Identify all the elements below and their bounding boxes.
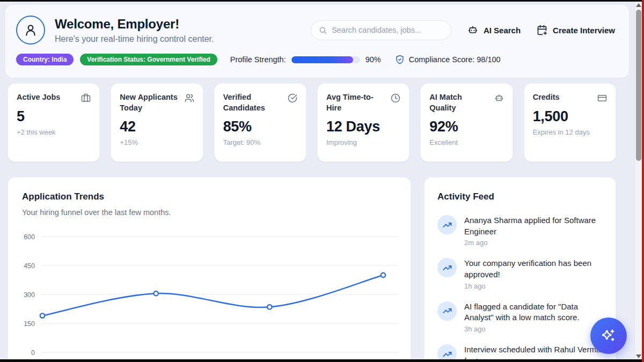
stat-sub: Target: 90%: [223, 138, 297, 146]
trending-up-icon: [437, 215, 457, 234]
stat-sub: +2 this week: [17, 128, 91, 136]
stat-label: Verified Candidates: [223, 92, 283, 113]
svg-text:0: 0: [31, 349, 35, 357]
svg-text:600: 600: [24, 233, 35, 241]
bot-icon: [467, 25, 478, 35]
stat-value: 5: [17, 108, 91, 125]
stat-sub: Expires in 12 days: [533, 128, 607, 136]
credit-card-icon: [597, 93, 607, 103]
activity-feed-card: Activity Feed Ananya Sharma applied for …: [424, 177, 616, 362]
calendar-plus-icon: [537, 25, 547, 35]
stat-label: Credits: [533, 92, 560, 103]
compliance-score-label: Compliance Score: 98/100: [409, 55, 501, 64]
stat-card-active-jobs[interactable]: Active Jobs 5 +2 this week: [8, 83, 100, 162]
stat-value: 42: [120, 119, 194, 135]
application-trends-card: Application Trends Your hiring funnel ov…: [8, 177, 411, 362]
stat-card-ai-match-quality[interactable]: AI Match Quality 92% Excellent: [420, 83, 513, 162]
bot-icon: [494, 93, 504, 103]
feed-item[interactable]: Your company verification has been appro…: [437, 258, 603, 290]
vertical-scrollbar[interactable]: [634, 0, 642, 362]
feed-item-text: Ananya Sharma applied for Software Engin…: [464, 215, 603, 237]
stat-sub: Improving: [326, 138, 400, 146]
feed-item-text: Your company verification has been appro…: [464, 258, 603, 280]
profile-strength: Profile Strength: 90%: [230, 55, 381, 64]
stat-label: Active Jobs: [17, 92, 60, 103]
profile-strength-fill: [291, 56, 353, 63]
stat-sub: +15%: [120, 138, 194, 146]
chart-title: Application Trends: [22, 191, 400, 202]
page-subtitle: Here's your real-time hiring control cen…: [55, 34, 214, 44]
stat-label: AI Match Quality: [429, 92, 489, 113]
feed-item[interactable]: Ananya Sharma applied for Software Engin…: [437, 215, 603, 247]
feed-item-time: 2m ago: [464, 239, 603, 247]
chart-subtitle: Your hiring funnel over the last few mon…: [22, 208, 400, 217]
stat-value: 92%: [429, 119, 503, 135]
scrollbar-thumb[interactable]: [636, 10, 641, 161]
users-icon: [185, 93, 194, 103]
country-badge: Country: India: [16, 54, 74, 65]
scroll-up-arrow[interactable]: [635, 1, 642, 9]
search-box[interactable]: [311, 20, 451, 40]
trending-up-icon: [437, 301, 457, 321]
profile-strength-bar: [291, 56, 360, 63]
search-input[interactable]: [332, 26, 443, 34]
sparkles-icon: [601, 328, 616, 343]
stat-label: New Applicants Today: [120, 92, 180, 113]
screen-border-top: [0, 0, 644, 2]
feed-item[interactable]: AI flagged a candidate for "Data Analyst…: [437, 301, 603, 333]
briefcase-icon: [81, 93, 91, 103]
stat-card-credits[interactable]: Credits 1,500 Expires in 12 days: [524, 83, 616, 162]
svg-text:300: 300: [24, 291, 35, 299]
header: Welcome, Employer! Here's your real-time…: [5, 5, 629, 78]
stat-card-new-applicants[interactable]: New Applicants Today 42 +15%: [111, 83, 203, 162]
clock-icon: [391, 93, 400, 103]
feed-item-time: 1h ago: [464, 282, 603, 290]
create-interview-button[interactable]: Create Interview: [537, 25, 615, 35]
screen-border-right: [642, 0, 644, 362]
shield-check-icon: [395, 55, 405, 64]
stats-row: Active Jobs 5 +2 this week New Applicant…: [8, 83, 616, 162]
scroll-down-arrow[interactable]: [635, 352, 642, 360]
svg-text:150: 150: [24, 320, 35, 328]
compliance-score: Compliance Score: 98/100: [395, 55, 501, 64]
check-circle-icon: [288, 93, 297, 103]
page-title: Welcome, Employer!: [55, 17, 214, 32]
stat-value: 12 Days: [326, 119, 400, 135]
search-icon: [319, 26, 327, 35]
main-row: Application Trends Your hiring funnel ov…: [8, 177, 616, 362]
svg-text:450: 450: [24, 262, 35, 270]
stat-card-avg-time-to-hire[interactable]: Avg Time-to-Hire 12 Days Improving: [317, 83, 409, 162]
stat-card-verified-candidates[interactable]: Verified Candidates 85% Target: 90%: [214, 83, 306, 162]
profile-strength-label: Profile Strength:: [230, 55, 286, 64]
stat-value: 1,500: [533, 108, 607, 125]
feed-item-time: 3h ago: [464, 325, 603, 333]
dashboard-frame: Welcome, Employer! Here's your real-time…: [0, 0, 644, 362]
verification-status-badge: Verification Status: Government Verified: [80, 54, 217, 65]
ai-assistant-fab[interactable]: [590, 317, 627, 354]
ai-search-label: AI Search: [484, 26, 521, 35]
welcome-block: Welcome, Employer! Here's your real-time…: [16, 16, 214, 45]
avatar[interactable]: [16, 16, 45, 45]
feed-item-text: AI flagged a candidate for "Data Analyst…: [464, 301, 603, 323]
create-interview-label: Create Interview: [553, 26, 615, 35]
trending-up-icon: [437, 258, 457, 277]
stat-value: 85%: [223, 119, 297, 135]
ai-search-button[interactable]: AI Search: [467, 25, 521, 35]
activity-feed-title: Activity Feed: [437, 191, 603, 202]
user-icon: [24, 23, 38, 37]
screen-border-bottom: [0, 359, 644, 362]
stat-sub: Excellent: [429, 138, 503, 146]
stat-label: Avg Time-to-Hire: [326, 92, 386, 113]
profile-strength-value: 90%: [365, 55, 381, 64]
application-trends-chart: 0150300450600: [22, 226, 404, 360]
